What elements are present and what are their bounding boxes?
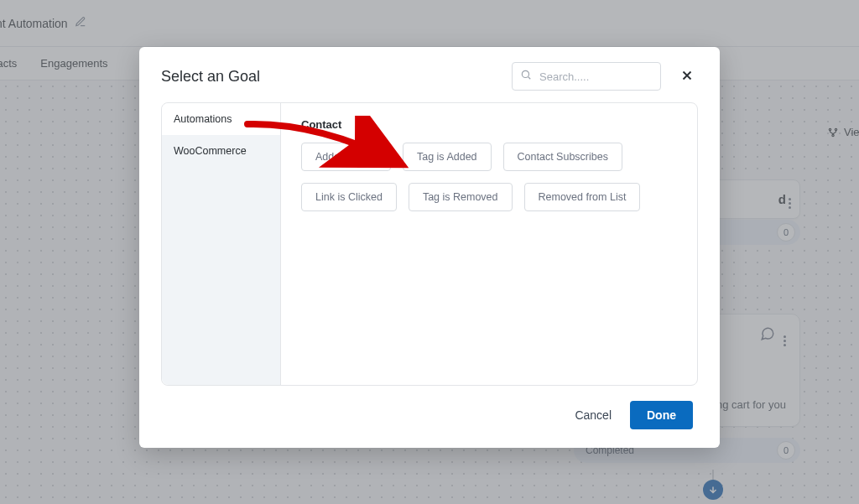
- select-goal-modal: Select an Goal Automations WooCommerce: [139, 47, 720, 448]
- sidebar-item-label: Automations: [174, 113, 232, 125]
- options-group: Added to List Tag is Added Contact Subsc…: [301, 143, 680, 211]
- done-button[interactable]: Done: [630, 401, 693, 429]
- modal-title: Select an Goal: [161, 68, 260, 86]
- option-tag-is-added[interactable]: Tag is Added: [403, 143, 492, 171]
- sidebar-item-label: WooCommerce: [174, 145, 247, 157]
- sidebar-item-woocommerce[interactable]: WooCommerce: [162, 135, 280, 167]
- group-title: Contact: [301, 118, 680, 131]
- svg-point-3: [522, 70, 528, 77]
- option-added-to-list[interactable]: Added to List: [301, 143, 391, 171]
- modal-footer: Cancel Done: [139, 386, 720, 448]
- close-icon: [679, 73, 695, 86]
- close-button[interactable]: [676, 65, 698, 89]
- search-input[interactable]: [512, 62, 661, 91]
- modal-header: Select an Goal: [139, 47, 720, 102]
- option-removed-from-list[interactable]: Removed from List: [524, 183, 641, 211]
- option-link-is-clicked[interactable]: Link is Clicked: [301, 183, 397, 211]
- cancel-button[interactable]: Cancel: [575, 408, 612, 422]
- search-wrap: [512, 62, 661, 91]
- modal-sidebar: Automations WooCommerce: [162, 103, 281, 385]
- option-contact-subscribes[interactable]: Contact Subscribes: [503, 143, 622, 171]
- option-tag-is-removed[interactable]: Tag is Removed: [409, 183, 513, 211]
- search-icon: [520, 69, 532, 84]
- sidebar-item-automations[interactable]: Automations: [162, 103, 280, 135]
- modal-content: Contact Added to List Tag is Added Conta…: [281, 103, 697, 385]
- modal-body: Automations WooCommerce Contact Added to…: [161, 102, 698, 386]
